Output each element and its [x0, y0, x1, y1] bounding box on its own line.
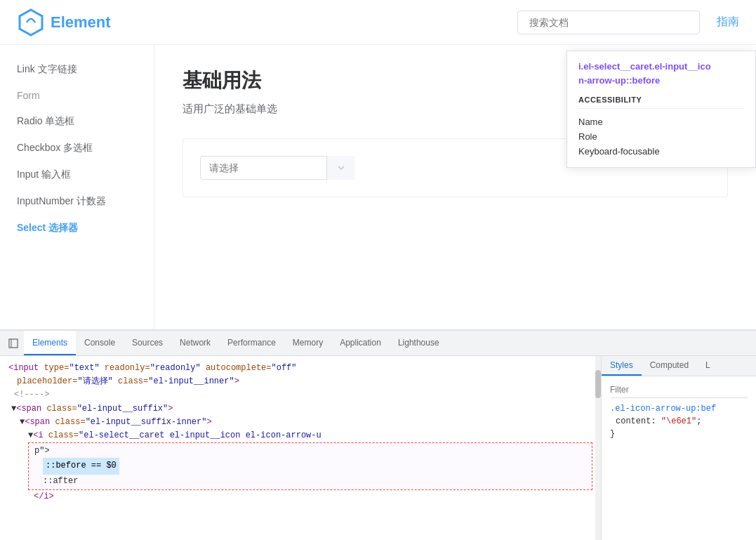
sidebar-item-checkbox[interactable]: Checkbox 多选框 — [0, 135, 154, 162]
scrollbar[interactable] — [595, 356, 601, 540]
tab-elements[interactable]: Elements — [24, 331, 76, 355]
pseudo-after: ::after — [43, 476, 78, 486]
html-line-i-tag: ▼<i class="el-select__caret el-input__ic… — [8, 429, 592, 442]
sidebar: Link 文字链接 Form Radio 单选框 Checkbox 多选框 In… — [0, 45, 154, 329]
devtools-selector-icon — [8, 338, 18, 348]
devtools-body: <input type="text" readonly="readonly" a… — [0, 356, 756, 540]
tooltip-row-role: Role — [578, 129, 744, 144]
logo-area: Element — [17, 8, 111, 37]
css-close-brace: } — [610, 429, 748, 439]
sidebar-item-inputnumber[interactable]: InputNumber 计数器 — [0, 188, 154, 215]
tab-layout[interactable]: L — [697, 356, 719, 376]
devtools-tabs: Elements Console Sources Network Perform… — [0, 331, 756, 356]
tab-console[interactable]: Console — [76, 331, 124, 355]
tab-network[interactable]: Network — [171, 331, 219, 355]
css-rule-1: .el-icon-arrow-up:bef — [610, 404, 748, 414]
html-line-span-suffix: ▼<span class="el-input__suffix"> — [8, 402, 592, 416]
html-line-span-inner: ▼<span class="el-input__suffix-inner"> — [8, 416, 592, 429]
sidebar-item-radio[interactable]: Radio 单选框 — [0, 108, 154, 135]
devtools-right-tabs: Styles Computed L — [602, 356, 756, 376]
devtools-html-panel: <input type="text" readonly="readonly" a… — [0, 356, 602, 540]
sidebar-group-form: Form — [0, 83, 154, 108]
selected-node-box: p"> ::before == $0 ::after — [28, 442, 592, 490]
content-area: 基础用法 适用广泛的基础单选 i.el-select__caret.el-inp… — [154, 45, 756, 329]
devtools-styles-content: .el-icon-arrow-up:bef content: "\e6e1"; … — [602, 376, 756, 447]
tooltip-section-title: ACCESSIBILITY — [578, 96, 744, 109]
select-arrow-icon — [326, 156, 354, 180]
devtools-icon-area[interactable] — [3, 338, 24, 348]
html-line-2: placeholder="请选择" class="el-input__inner… — [8, 375, 592, 388]
sidebar-item-link[interactable]: Link 文字链接 — [0, 56, 154, 83]
tab-lighthouse[interactable]: Lighthouse — [390, 331, 448, 355]
css-property-content: content: "\e6e1"; — [616, 416, 748, 426]
search-input[interactable] — [517, 11, 700, 34]
tooltip-row-name: Name — [578, 114, 744, 129]
element-tooltip: i.el-select__caret.el-input__ico n-arrow… — [566, 51, 756, 168]
select-wrapper — [200, 156, 354, 180]
tab-performance[interactable]: Performance — [219, 331, 284, 355]
tab-sources[interactable]: Sources — [124, 331, 171, 355]
pseudo-before: ::before == $0 — [43, 458, 119, 474]
guide-link[interactable]: 指南 — [717, 15, 739, 29]
tooltip-row-keyboard: Keyboard-focusable — [578, 144, 744, 159]
logo-icon — [17, 8, 45, 37]
svg-rect-1 — [9, 339, 18, 348]
sidebar-item-input[interactable]: Input 输入框 — [0, 162, 154, 188]
devtools-panel: Elements Console Sources Network Perform… — [0, 329, 756, 540]
tooltip-selector: i.el-select__caret.el-input__ico n-arrow… — [578, 60, 744, 87]
tab-computed[interactable]: Computed — [642, 356, 697, 376]
devtools-styles-panel: Styles Computed L .el-icon-arrow-up:bef … — [602, 356, 756, 540]
html-line-close-i: </i> — [8, 490, 592, 503]
top-nav: Element 指南 — [0, 0, 756, 45]
scrollbar-thumb — [595, 370, 601, 398]
sidebar-item-select-label: Select 选择器 — [17, 222, 78, 233]
tab-application[interactable]: Application — [331, 331, 390, 355]
logo-text: Element — [51, 13, 111, 32]
styles-filter-input[interactable] — [610, 382, 748, 398]
sidebar-item-select[interactable]: Select 选择器 — [0, 215, 154, 242]
html-line-comment: <!----> — [8, 388, 592, 402]
chevron-down-icon — [337, 164, 345, 172]
html-line-1: <input type="text" readonly="readonly" a… — [8, 362, 592, 375]
svg-marker-0 — [20, 10, 42, 35]
tab-memory[interactable]: Memory — [284, 331, 331, 355]
tab-styles[interactable]: Styles — [602, 356, 642, 376]
